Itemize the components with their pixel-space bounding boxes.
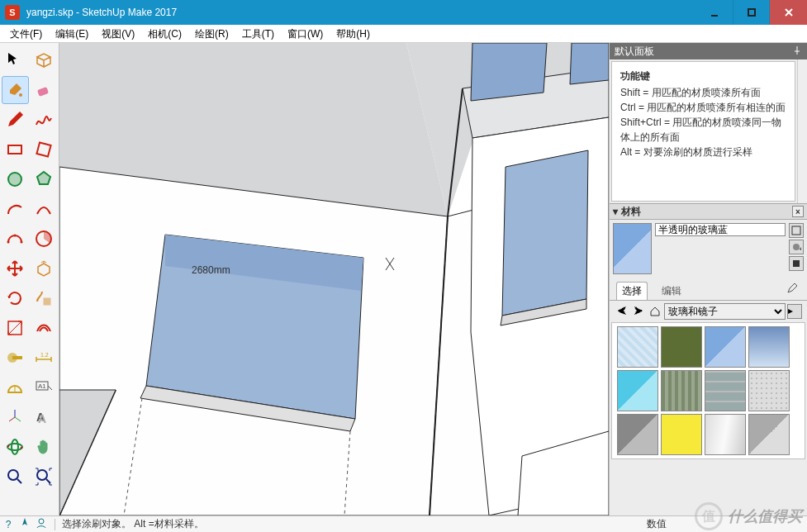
watermark: 值 什么值得买 [695, 502, 802, 530]
swatch-glass-grey[interactable] [617, 414, 658, 455]
3dtext-tool[interactable]: AA [31, 403, 58, 431]
watermark-text: 什么值得买 [728, 506, 802, 526]
component-tool[interactable] [31, 46, 58, 74]
tab-select[interactable]: 选择 [616, 282, 648, 300]
menu-tools[interactable]: 工具(T) [235, 25, 281, 43]
window-title: yangzi.skp - SketchUp Make 2017 [25, 7, 695, 18]
swatch-glass-frosted[interactable] [617, 326, 658, 368]
materials-section-title: 材料 [621, 205, 641, 219]
svg-text:1.2: 1.2 [40, 352, 49, 358]
materials-nav: ⮜ ⮞ 玻璃和镜子 ▸ [610, 301, 807, 322]
zoom-extents-tool[interactable] [31, 463, 58, 491]
material-name-input[interactable] [655, 223, 786, 236]
statusbar: ? 选择涂刷对象。 Alt =材料采样。 数值 [0, 515, 807, 532]
svg-text:+: + [799, 245, 801, 252]
window-close-button[interactable] [770, 0, 807, 25]
instructor-panel: 功能键 Shift = 用匹配的材质喷漆所有面 Ctrl = 用匹配的材质喷漆所… [611, 61, 795, 202]
line-tool[interactable] [2, 106, 29, 134]
paint-bucket-tool[interactable] [2, 76, 29, 104]
viewport[interactable]: 2680mm [59, 43, 609, 515]
move-tool[interactable] [2, 254, 29, 283]
create-material-button[interactable]: + [789, 240, 804, 254]
followme-tool[interactable] [31, 284, 58, 312]
polygon-tool[interactable] [31, 165, 58, 193]
menu-draw[interactable]: 绘图(R) [188, 25, 235, 43]
swatch-corrugated[interactable] [661, 370, 702, 411]
swatch-sky-clouds[interactable] [748, 326, 790, 368]
tray-titlebar[interactable]: 默认面板 [610, 43, 807, 59]
swatch-green-solid[interactable] [661, 326, 702, 368]
material-library-select[interactable]: 玻璃和镜子 [664, 303, 786, 320]
svg-rect-49 [792, 226, 800, 235]
circle-tool[interactable] [2, 165, 29, 193]
swatch-granite[interactable] [748, 370, 790, 411]
section-close-button[interactable]: × [792, 206, 804, 217]
help-icon[interactable]: ? [0, 519, 17, 530]
svg-marker-42 [502, 150, 588, 316]
material-preview-swatch[interactable] [613, 223, 652, 274]
svg-point-4 [19, 93, 22, 97]
scale-tool[interactable] [2, 314, 29, 342]
arc-tool[interactable] [2, 195, 29, 223]
protractor-tool[interactable] [2, 373, 29, 401]
text-tool[interactable]: A1 [31, 373, 58, 401]
materials-section-header[interactable]: ▾ 材料 × [610, 203, 807, 220]
rotated-rect-tool[interactable] [31, 135, 58, 164]
swatch-glass-cyan[interactable] [617, 370, 658, 411]
dimension-tool[interactable]: 1.2 [31, 344, 58, 372]
swatch-glass-blue-trans[interactable] [705, 326, 746, 368]
freehand-tool[interactable] [31, 106, 58, 134]
help-line: Shift+Ctrl = 用匹配的材质喷漆同一物体上的所有面 [620, 115, 786, 145]
pin-icon[interactable] [792, 45, 802, 58]
tape-tool[interactable] [2, 344, 29, 372]
svg-point-10 [7, 241, 10, 244]
swatch-mirror[interactable] [705, 414, 746, 455]
nav-forward-button[interactable]: ⮞ [631, 304, 646, 319]
app-icon: S [5, 5, 20, 20]
display-secondary-pane-button[interactable] [789, 223, 804, 238]
nav-home-button[interactable] [648, 304, 662, 319]
library-menu-button[interactable]: ▸ [787, 304, 802, 319]
svg-marker-44 [471, 43, 547, 101]
orbit-tool[interactable] [2, 433, 29, 461]
watermark-icon: 值 [695, 502, 723, 530]
swatch-yellow-solid[interactable] [661, 414, 702, 455]
menu-edit[interactable]: 编辑(E) [49, 25, 95, 43]
instructor-scrollbar[interactable] [797, 59, 807, 203]
swatch-glass-block[interactable] [705, 370, 746, 411]
pushpull-tool[interactable] [31, 254, 58, 283]
nav-back-button[interactable]: ⮜ [615, 304, 629, 319]
svg-point-23 [7, 444, 22, 450]
rotate-tool[interactable] [2, 284, 29, 312]
pie-tool[interactable] [31, 225, 58, 253]
menu-file[interactable]: 文件(F) [3, 25, 49, 43]
profile-icon[interactable] [33, 517, 50, 531]
window-minimize-button[interactable] [695, 0, 733, 25]
set-default-button[interactable] [789, 256, 804, 271]
swatch-grey-trans[interactable] [748, 414, 790, 455]
menu-camera[interactable]: 相机(C) [141, 25, 188, 43]
menu-help[interactable]: 帮助(H) [330, 25, 377, 43]
geo-icon[interactable] [17, 517, 33, 531]
menu-window[interactable]: 窗口(W) [281, 25, 330, 43]
tray-title: 默认面板 [615, 45, 654, 59]
two-point-arc-tool[interactable] [31, 195, 58, 223]
svg-point-12 [21, 241, 23, 244]
rectangle-tool[interactable] [2, 135, 29, 164]
window-maximize-button[interactable] [733, 0, 770, 25]
tab-edit[interactable]: 编辑 [656, 282, 687, 300]
eyedropper-button[interactable] [784, 281, 800, 300]
select-tool[interactable] [2, 46, 29, 74]
pan-tool[interactable] [31, 433, 58, 461]
eraser-tool[interactable] [31, 76, 58, 104]
offset-tool[interactable] [31, 314, 58, 342]
svg-marker-45 [570, 43, 609, 84]
svg-rect-14 [44, 298, 50, 305]
svg-point-11 [14, 235, 17, 237]
three-point-arc-tool[interactable] [2, 225, 29, 253]
zoom-tool[interactable] [2, 463, 29, 491]
axes-tool[interactable] [2, 403, 29, 431]
material-swatch-grid [611, 322, 805, 459]
menu-view[interactable]: 视图(V) [95, 25, 141, 43]
svg-rect-6 [8, 145, 21, 154]
